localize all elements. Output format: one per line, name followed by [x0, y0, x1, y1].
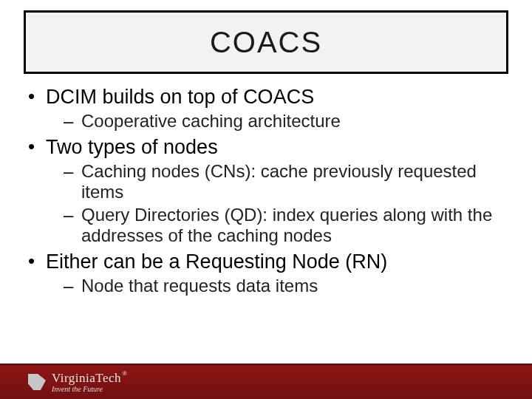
- bullet-item: Either can be a Requesting Node (RN) Nod…: [25, 250, 507, 296]
- bullet-text: Either can be a Requesting Node (RN): [46, 250, 387, 273]
- sub-bullet-item: Node that requests data items: [46, 276, 507, 296]
- vt-brand-name: VirginiaTech®: [52, 372, 126, 384]
- sub-bullet-text: Query Directories (QD): index queries al…: [81, 205, 492, 245]
- vt-logo: VirginiaTech® Invent the Future: [28, 372, 126, 393]
- vt-logo-text: VirginiaTech® Invent the Future: [52, 372, 126, 393]
- bullet-text: Two types of nodes: [46, 136, 218, 158]
- sub-bullet-text: Caching nodes (CNs): cache previously re…: [81, 161, 477, 202]
- sub-bullet-text: Cooperative caching architecture: [81, 111, 341, 131]
- sub-bullet-item: Query Directories (QD): index queries al…: [46, 205, 507, 247]
- sub-bullet-list: Caching nodes (CNs): cache previously re…: [46, 161, 507, 246]
- slide-title-box: COACS: [24, 10, 508, 74]
- sub-bullet-item: Cooperative caching architecture: [46, 111, 507, 132]
- bullet-text: DCIM builds on top of COACS: [46, 86, 314, 108]
- bullet-item: Two types of nodes Caching nodes (CNs): …: [25, 136, 507, 246]
- vt-brand-label: VirginiaTech: [52, 371, 121, 385]
- bullet-list: DCIM builds on top of COACS Cooperative …: [25, 86, 507, 296]
- sub-bullet-list: Cooperative caching architecture: [46, 111, 507, 132]
- slide-footer: VirginiaTech® Invent the Future: [0, 364, 532, 399]
- slide-title: COACS: [210, 26, 322, 59]
- sub-bullet-item: Caching nodes (CNs): cache previously re…: [46, 161, 507, 203]
- slide: COACS DCIM builds on top of COACS Cooper…: [0, 0, 532, 399]
- bullet-item: DCIM builds on top of COACS Cooperative …: [25, 86, 507, 132]
- slide-content: DCIM builds on top of COACS Cooperative …: [25, 81, 507, 301]
- vt-logo-icon: [28, 374, 46, 390]
- registered-mark: ®: [122, 369, 127, 377]
- sub-bullet-list: Node that requests data items: [46, 276, 507, 296]
- vt-tagline: Invent the Future: [52, 386, 126, 393]
- sub-bullet-text: Node that requests data items: [81, 276, 318, 296]
